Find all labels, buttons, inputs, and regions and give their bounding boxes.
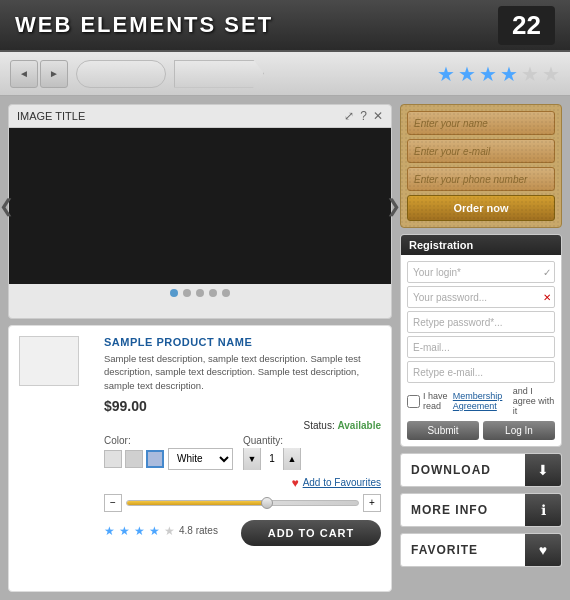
login-input[interactable] (407, 261, 555, 283)
main-content: IMAGE TITLE ⤢ ? ✕ ❮ ❯ (0, 96, 570, 600)
qty-decrease-button[interactable]: ▼ (244, 448, 260, 470)
star-4: ★ (500, 62, 518, 86)
swatch-lightgray[interactable] (125, 450, 143, 468)
rating-row: ★ ★ ★ ★ ★ 4.8 rates (104, 524, 218, 538)
rating-star-5: ★ (164, 524, 175, 538)
more-info-button[interactable]: MORE INFO ℹ (400, 493, 562, 527)
star-3: ★ (479, 62, 497, 86)
slider-row: − + (104, 494, 381, 512)
star-1: ★ (437, 62, 455, 86)
dot-4[interactable] (209, 289, 217, 297)
quantity-input[interactable] (260, 448, 284, 470)
add-to-favourites-link[interactable]: Add to Favourites (303, 477, 381, 488)
left-panel: IMAGE TITLE ⤢ ? ✕ ❮ ❯ (8, 104, 392, 592)
nav-buttons: ◄ ► (10, 60, 68, 88)
favorite-button[interactable]: FAVORITE ♥ (400, 533, 562, 567)
help-icon[interactable]: ? (360, 109, 367, 123)
star-2: ★ (458, 62, 476, 86)
password-field-wrap: ✕ (407, 286, 555, 308)
header-number: 22 (498, 6, 555, 45)
dot-2[interactable] (183, 289, 191, 297)
swatch-gray[interactable] (104, 450, 122, 468)
color-label: Color: (104, 435, 233, 446)
product-thumbnail (19, 336, 79, 386)
email-input[interactable] (407, 336, 555, 358)
registration-buttons: Submit Log In (407, 421, 555, 440)
agree-text: I have read (423, 391, 450, 411)
header: WEB ELEMENTS SET 22 (0, 0, 570, 52)
registration-header: Registration (401, 235, 561, 255)
order-name-input[interactable] (407, 111, 555, 135)
email-field-wrap (407, 336, 555, 358)
status-label: Status: (304, 420, 335, 431)
order-email-input[interactable] (407, 139, 555, 163)
swatch-blue[interactable] (146, 450, 164, 468)
slideshow-title: IMAGE TITLE (17, 110, 85, 122)
dot-5[interactable] (222, 289, 230, 297)
agree-suffix: and I agree with it (513, 386, 555, 416)
favorite-icon: ♥ (525, 533, 561, 567)
login-check-icon: ✓ (543, 267, 551, 278)
star-6: ★ (542, 62, 560, 86)
quantity-stepper: ▼ ▲ (243, 448, 301, 470)
slider-track[interactable] (126, 500, 359, 506)
nav-next-button[interactable]: ► (40, 60, 68, 88)
login-button[interactable]: Log In (483, 421, 555, 440)
membership-link[interactable]: Membership Agreement (453, 391, 510, 411)
product-price: $99.00 (104, 398, 381, 414)
slider-fill (127, 501, 266, 505)
download-icon: ⬇ (525, 453, 561, 487)
slider-minus-button[interactable]: − (104, 494, 122, 512)
arrow-button[interactable] (174, 60, 264, 88)
heart-icon: ♥ (292, 476, 299, 490)
submit-button[interactable]: Submit (407, 421, 479, 440)
slideshow-body: ❮ ❯ (9, 128, 391, 284)
nav-prev-button[interactable]: ◄ (10, 60, 38, 88)
favourites-row: ♥ Add to Favourites (104, 476, 381, 490)
slideshow-controls: ⤢ ? ✕ (344, 109, 383, 123)
registration-section: Registration ✓ ✕ (400, 234, 562, 447)
rating-star-3: ★ (134, 524, 145, 538)
download-label: DOWNLOAD (401, 463, 525, 477)
close-icon[interactable]: ✕ (373, 109, 383, 123)
login-field-wrap: ✓ (407, 261, 555, 283)
order-now-button[interactable]: Order now (407, 195, 555, 221)
favorite-label: FAVORITE (401, 543, 525, 557)
product-details: SAMPLE PRODUCT NAME Sample test descript… (104, 336, 381, 581)
retype-email-input[interactable] (407, 361, 555, 383)
quantity-label: Quantity: (243, 435, 301, 446)
registration-body: ✓ ✕ I have read Membershi (401, 255, 561, 446)
slide-next-arrow[interactable]: ❯ (382, 191, 405, 221)
password-error-icon: ✕ (543, 292, 551, 303)
right-panel: Order now Registration ✓ ✕ (400, 104, 562, 592)
dot-3[interactable] (196, 289, 204, 297)
password-input[interactable] (407, 286, 555, 308)
agreement-row: I have read Membership Agreement and I a… (407, 386, 555, 416)
agreement-checkbox[interactable] (407, 395, 420, 408)
slideshow: IMAGE TITLE ⤢ ? ✕ ❮ ❯ (8, 104, 392, 319)
product-thumbnail-area (19, 336, 94, 581)
pill-button-1[interactable] (76, 60, 166, 88)
color-qty-row: Color: White (104, 435, 381, 470)
color-select[interactable]: White (168, 448, 233, 470)
order-phone-input[interactable] (407, 167, 555, 191)
retype-email-field-wrap (407, 361, 555, 383)
download-button[interactable]: DOWNLOAD ⬇ (400, 453, 562, 487)
dot-1[interactable] (170, 289, 178, 297)
slider-thumb[interactable] (261, 497, 273, 509)
qty-increase-button[interactable]: ▲ (284, 448, 300, 470)
status-row: Status: Available (104, 420, 381, 431)
slideshow-dots (9, 284, 391, 302)
rating-star-1: ★ (104, 524, 115, 538)
rating-star-2: ★ (119, 524, 130, 538)
retype-password-input[interactable] (407, 311, 555, 333)
add-to-cart-button[interactable]: ADD TO CART (241, 520, 381, 546)
product-description: Sample test description, sample text des… (104, 352, 381, 392)
slider-plus-button[interactable]: + (363, 494, 381, 512)
more-info-icon: ℹ (525, 493, 561, 527)
more-info-label: MORE INFO (401, 503, 525, 517)
slide-prev-arrow[interactable]: ❮ (0, 191, 18, 221)
retype-password-field-wrap (407, 311, 555, 333)
fullscreen-icon[interactable]: ⤢ (344, 109, 354, 123)
rating-star-4: ★ (149, 524, 160, 538)
